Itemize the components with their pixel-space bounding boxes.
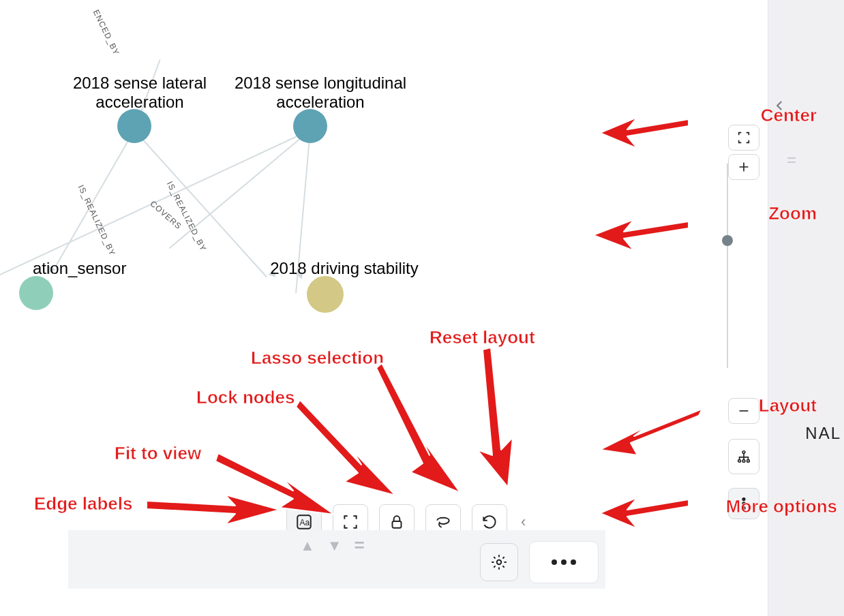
layout-button[interactable] [728, 439, 759, 474]
minus-icon [736, 403, 751, 418]
svg-point-10 [497, 560, 502, 565]
dot-icon [552, 559, 557, 565]
zoom-in-button[interactable] [728, 154, 759, 180]
rail-top [768, 0, 844, 388]
node-label-sensor: ation_sensor [33, 259, 126, 278]
chevron-left-icon[interactable]: ‹ [521, 513, 526, 531]
annotation-zoom: Zoom [768, 203, 817, 224]
annotation-fit: Fit to view [115, 443, 201, 464]
svg-rect-9 [393, 521, 402, 528]
overflow-menu-button[interactable] [529, 541, 599, 583]
hierarchy-icon [736, 449, 751, 464]
annotation-center: Center [761, 105, 817, 126]
zoom-out-button[interactable] [728, 398, 759, 424]
dot-icon [561, 559, 567, 565]
plus-icon [736, 159, 751, 174]
svg-text:Aa: Aa [300, 518, 310, 527]
node-lateral[interactable] [117, 109, 151, 143]
caret-up-icon: ▲ [300, 537, 315, 555]
panel-resize-handle[interactable]: ▲ ▼ = [300, 535, 365, 556]
sidebar-clipped-label: NAL [805, 424, 841, 443]
node-label-lateral: 2018 sense lateral acceleration [65, 74, 215, 111]
caret-down-icon: ▼ [327, 537, 342, 555]
zoom-slider-thumb[interactable] [722, 235, 733, 246]
lock-icon [388, 513, 406, 531]
node-stability[interactable] [307, 276, 344, 313]
annotation-more: More options [726, 496, 837, 517]
center-button[interactable] [728, 125, 759, 151]
gear-icon [490, 553, 508, 571]
expand-icon [342, 513, 359, 531]
edge-label: ENCED_BY [91, 8, 121, 57]
svg-point-1 [738, 460, 741, 463]
screenshot-stage: ENCED_BY IS_REALIZED_BY COVERS IS_REALIZ… [0, 0, 844, 616]
zoom-slider-track[interactable] [727, 164, 728, 368]
node-sensor[interactable] [19, 276, 53, 310]
settings-button[interactable] [480, 543, 518, 581]
svg-point-2 [742, 460, 745, 463]
equals-icon: = [355, 535, 365, 556]
svg-point-3 [747, 460, 750, 463]
annotation-lasso: Lasso selection [251, 348, 384, 369]
node-longitudinal[interactable] [293, 109, 327, 143]
reset-icon [481, 513, 498, 531]
side-rail [768, 0, 844, 616]
lasso-icon [434, 513, 452, 531]
svg-point-0 [742, 451, 745, 454]
center-icon [736, 130, 751, 145]
node-label-longitudinal: 2018 sense longitudinal acceleration [225, 74, 416, 111]
annotation-lock: Lock nodes [196, 387, 295, 408]
annotation-layout: Layout [759, 395, 817, 416]
annotation-reset: Reset layout [429, 327, 535, 348]
node-label-stability: 2018 driving stability [259, 259, 429, 278]
dot-icon [571, 559, 576, 565]
drag-handle-icon[interactable] [787, 157, 796, 163]
annotation-edge-labels: Edge labels [34, 493, 133, 514]
